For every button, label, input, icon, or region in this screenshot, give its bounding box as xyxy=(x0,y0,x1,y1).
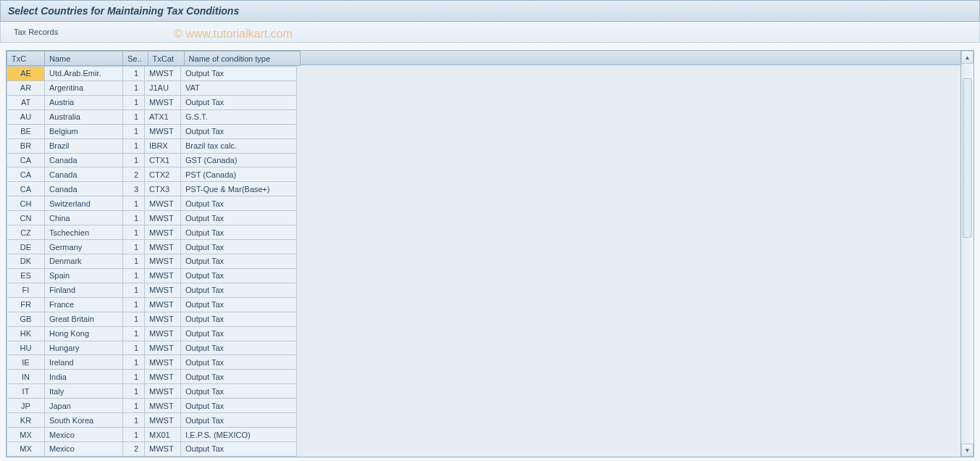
table-row[interactable]: FRFrance1MWSTOutput Tax xyxy=(7,297,297,312)
cell-se[interactable]: 1 xyxy=(123,384,145,399)
cell-name[interactable]: Mexico xyxy=(45,428,123,442)
table-row[interactable]: CACanada2CTX2PST (Canada) xyxy=(7,167,297,182)
cell-txcat[interactable]: IBRX xyxy=(145,138,181,153)
cell-txc[interactable]: CH xyxy=(7,196,45,211)
cell-name[interactable]: Finland xyxy=(45,283,123,297)
cell-cond[interactable]: Output Tax xyxy=(181,370,297,384)
table-row[interactable]: KRSouth Korea1MWSTOutput Tax xyxy=(7,413,297,428)
cell-txc[interactable]: IN xyxy=(7,370,45,384)
cell-cond[interactable]: I.E.P.S. (MEXICO) xyxy=(181,428,297,442)
cell-cond[interactable]: Output Tax xyxy=(181,341,297,355)
cell-name[interactable]: South Korea xyxy=(45,413,123,428)
cell-se[interactable]: 1 xyxy=(123,67,145,81)
cell-name[interactable]: Spain xyxy=(45,268,123,283)
cell-name[interactable]: Hong Kong xyxy=(45,326,123,341)
cell-txcat[interactable]: MWST xyxy=(145,441,181,456)
cell-txc[interactable]: CA xyxy=(7,167,45,182)
cell-name[interactable]: Ireland xyxy=(45,355,123,370)
cell-txc[interactable]: MX xyxy=(7,441,45,456)
table-row[interactable]: DKDenmark1MWSTOutput Tax xyxy=(7,254,297,268)
cell-cond[interactable]: PST-Que & Mar(Base+) xyxy=(181,182,297,196)
cell-txcat[interactable]: MWST xyxy=(145,312,181,326)
table-row[interactable]: GBGreat Britain1MWSTOutput Tax xyxy=(7,312,297,326)
cell-name[interactable]: Australia xyxy=(45,109,123,124)
scroll-thumb[interactable] xyxy=(963,78,972,238)
cell-se[interactable]: 1 xyxy=(123,297,145,312)
cell-name[interactable]: Germany xyxy=(45,240,123,254)
cell-txc[interactable]: CA xyxy=(7,153,45,167)
cell-txcat[interactable]: CTX2 xyxy=(145,167,181,182)
cell-txc[interactable]: JP xyxy=(7,399,45,413)
cell-txcat[interactable]: MWST xyxy=(145,355,181,370)
cell-txc[interactable]: FR xyxy=(7,297,45,312)
cell-se[interactable]: 1 xyxy=(123,138,145,153)
cell-txcat[interactable]: MWST xyxy=(145,196,181,211)
cell-txcat[interactable]: MWST xyxy=(145,326,181,341)
table-row[interactable]: AUAustralia1ATX1G.S.T. xyxy=(7,109,297,124)
table-row[interactable]: FIFinland1MWSTOutput Tax xyxy=(7,283,297,297)
cell-cond[interactable]: Output Tax xyxy=(181,413,297,428)
cell-txc[interactable]: AE xyxy=(7,67,45,81)
table-row[interactable]: ATAustria1MWSTOutput Tax xyxy=(7,95,297,109)
cell-txc[interactable]: CA xyxy=(7,182,45,196)
cell-name[interactable]: Belgium xyxy=(45,124,123,138)
table-row[interactable]: INIndia1MWSTOutput Tax xyxy=(7,370,297,384)
cell-cond[interactable]: Output Tax xyxy=(181,399,297,413)
cell-name[interactable]: Great Britain xyxy=(45,312,123,326)
table-row[interactable]: MXMexico2MWSTOutput Tax xyxy=(7,441,297,456)
cell-name[interactable]: Canada xyxy=(45,167,123,182)
table-row[interactable]: ESSpain1MWSTOutput Tax xyxy=(7,268,297,283)
vertical-scrollbar[interactable]: ▲ ▼ xyxy=(960,51,973,457)
tax-records-menu[interactable]: Tax Records xyxy=(9,26,62,38)
table-row[interactable]: CZTschechien1MWSTOutput Tax xyxy=(7,225,297,240)
cell-se[interactable]: 1 xyxy=(123,95,145,109)
cell-txcat[interactable]: MWST xyxy=(145,341,181,355)
table-row[interactable]: CNChina1MWSTOutput Tax xyxy=(7,211,297,225)
cell-txcat[interactable]: MWST xyxy=(145,297,181,312)
cell-se[interactable]: 1 xyxy=(123,370,145,384)
cell-name[interactable]: Canada xyxy=(45,153,123,167)
cell-cond[interactable]: G.S.T. xyxy=(181,109,297,124)
cell-name[interactable]: Tschechien xyxy=(45,225,123,240)
table-row[interactable]: ARArgentina1J1AUVAT xyxy=(7,80,297,95)
cell-txcat[interactable]: MWST xyxy=(145,384,181,399)
cell-txc[interactable]: IE xyxy=(7,355,45,370)
cell-txcat[interactable]: MWST xyxy=(145,211,181,225)
cell-txc[interactable]: KR xyxy=(7,413,45,428)
cell-txcat[interactable]: MWST xyxy=(145,225,181,240)
cell-se[interactable]: 2 xyxy=(123,441,145,456)
cell-cond[interactable]: Output Tax xyxy=(181,240,297,254)
table-row[interactable]: CACanada3CTX3PST-Que & Mar(Base+) xyxy=(7,182,297,196)
cell-cond[interactable]: Output Tax xyxy=(181,384,297,399)
cell-cond[interactable]: PST (Canada) xyxy=(181,167,297,182)
cell-cond[interactable]: VAT xyxy=(181,80,297,95)
scroll-track[interactable] xyxy=(961,64,973,444)
cell-se[interactable]: 1 xyxy=(123,80,145,95)
cell-se[interactable]: 1 xyxy=(123,254,145,268)
cell-cond[interactable]: Output Tax xyxy=(181,67,297,81)
cell-txc[interactable]: MX xyxy=(7,428,45,442)
cell-name[interactable]: Argentina xyxy=(45,80,123,95)
cell-name[interactable]: Italy xyxy=(45,384,123,399)
table-row[interactable]: ITItaly1MWSTOutput Tax xyxy=(7,384,297,399)
cell-cond[interactable]: Output Tax xyxy=(181,225,297,240)
cell-name[interactable]: Austria xyxy=(45,95,123,109)
cell-cond[interactable]: Output Tax xyxy=(181,312,297,326)
cell-txcat[interactable]: MWST xyxy=(145,370,181,384)
cell-cond[interactable]: Output Tax xyxy=(181,268,297,283)
cell-se[interactable]: 1 xyxy=(123,225,145,240)
cell-se[interactable]: 1 xyxy=(123,211,145,225)
cell-se[interactable]: 1 xyxy=(123,124,145,138)
table-row[interactable]: DEGermany1MWSTOutput Tax xyxy=(7,240,297,254)
col-header-se[interactable]: Se.. xyxy=(123,51,148,66)
table-row[interactable]: JPJapan1MWSTOutput Tax xyxy=(7,399,297,413)
table-row[interactable]: BEBelgium1MWSTOutput Tax xyxy=(7,124,297,138)
cell-se[interactable]: 2 xyxy=(123,167,145,182)
cell-txc[interactable]: CZ xyxy=(7,225,45,240)
table-row[interactable]: HUHungary1MWSTOutput Tax xyxy=(7,341,297,355)
cell-cond[interactable]: Output Tax xyxy=(181,297,297,312)
cell-se[interactable]: 1 xyxy=(123,283,145,297)
cell-cond[interactable]: Output Tax xyxy=(181,441,297,456)
table-row[interactable]: BRBrazil1IBRXBrazil tax calc. xyxy=(7,138,297,153)
cell-cond[interactable]: Output Tax xyxy=(181,283,297,297)
